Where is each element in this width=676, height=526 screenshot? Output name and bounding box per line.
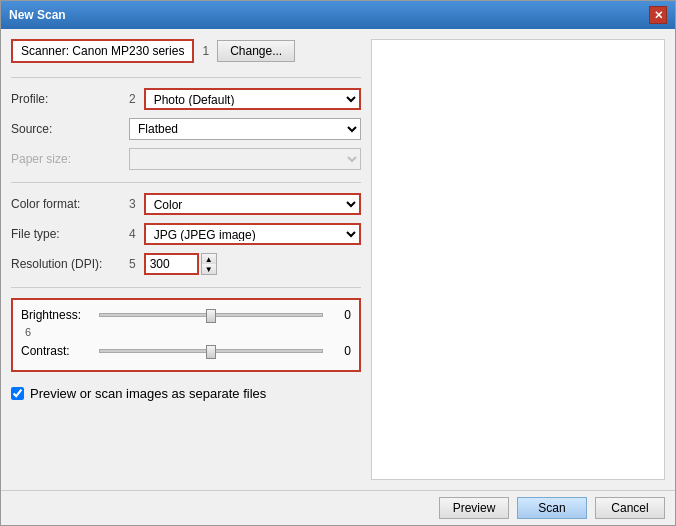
contrast-row: Contrast: 0 xyxy=(21,344,351,358)
brightness-track xyxy=(99,313,323,317)
brightness-thumb[interactable] xyxy=(206,309,216,323)
profile-row: Profile: 2 Photo (Default) Documents Cus… xyxy=(11,88,361,110)
resolution-up-button[interactable]: ▲ xyxy=(202,254,216,264)
separator-2 xyxy=(11,182,361,183)
scanner-num: 1 xyxy=(202,44,209,58)
left-panel: Scanner: Canon MP230 series 1 Change... … xyxy=(11,39,361,480)
close-button[interactable]: ✕ xyxy=(649,6,667,24)
color-format-select[interactable]: Color Grayscale Black and White xyxy=(144,193,361,215)
paper-size-row: Paper size: xyxy=(11,148,361,170)
brightness-label: Brightness: xyxy=(21,308,91,322)
separate-files-checkbox[interactable] xyxy=(11,387,24,400)
contrast-thumb[interactable] xyxy=(206,345,216,359)
resolution-spinner-buttons: ▲ ▼ xyxy=(201,253,217,275)
file-type-row: File type: 4 JPG (JPEG image) BMP (Bitma… xyxy=(11,223,361,245)
cancel-button[interactable]: Cancel xyxy=(595,497,665,519)
brightness-num: 6 xyxy=(25,326,31,338)
window: New Scan ✕ Scanner: Canon MP230 series 1… xyxy=(0,0,676,526)
scanner-row: Scanner: Canon MP230 series 1 Change... xyxy=(11,39,361,63)
paper-size-label: Paper size: xyxy=(11,152,121,166)
title-bar: New Scan ✕ xyxy=(1,1,675,29)
separator-1 xyxy=(11,77,361,78)
checkbox-row: Preview or scan images as separate files xyxy=(11,386,361,401)
resolution-row: Resolution (DPI): 5 300 ▲ ▼ xyxy=(11,253,361,275)
resolution-down-button[interactable]: ▼ xyxy=(202,264,216,274)
brightness-contrast-section: Brightness: 0 6 Contrast: 0 xyxy=(11,298,361,372)
resolution-label: Resolution (DPI): xyxy=(11,257,121,271)
change-button[interactable]: Change... xyxy=(217,40,295,62)
preview-area xyxy=(371,39,665,480)
separate-files-label: Preview or scan images as separate files xyxy=(30,386,266,401)
color-format-row: Color format: 3 Color Grayscale Black an… xyxy=(11,193,361,215)
brightness-value: 0 xyxy=(331,308,351,322)
window-title: New Scan xyxy=(9,8,66,22)
preview-button[interactable]: Preview xyxy=(439,497,509,519)
brightness-row: Brightness: 0 xyxy=(21,308,351,322)
paper-size-select xyxy=(129,148,361,170)
contrast-label: Contrast: xyxy=(21,344,91,358)
file-type-select[interactable]: JPG (JPEG image) BMP (Bitmap) PNG TIFF xyxy=(144,223,361,245)
profile-select[interactable]: Photo (Default) Documents Custom xyxy=(144,88,361,110)
scan-button[interactable]: Scan xyxy=(517,497,587,519)
resolution-num: 5 xyxy=(129,257,136,271)
profile-label: Profile: xyxy=(11,92,121,106)
contrast-value: 0 xyxy=(331,344,351,358)
source-label: Source: xyxy=(11,122,121,136)
separator-3 xyxy=(11,287,361,288)
contrast-track xyxy=(99,349,323,353)
file-type-num: 4 xyxy=(129,227,136,241)
source-row: Source: Flatbed ADF xyxy=(11,118,361,140)
color-format-label: Color format: xyxy=(11,197,121,211)
scanner-label: Scanner: Canon MP230 series xyxy=(11,39,194,63)
profile-num: 2 xyxy=(129,92,136,106)
content-area: Scanner: Canon MP230 series 1 Change... … xyxy=(1,29,675,490)
color-format-num: 3 xyxy=(129,197,136,211)
resolution-input[interactable]: 300 xyxy=(144,253,199,275)
source-select[interactable]: Flatbed ADF xyxy=(129,118,361,140)
file-type-label: File type: xyxy=(11,227,121,241)
bottom-bar: Preview Scan Cancel xyxy=(1,490,675,525)
resolution-spinner: 300 ▲ ▼ xyxy=(144,253,217,275)
